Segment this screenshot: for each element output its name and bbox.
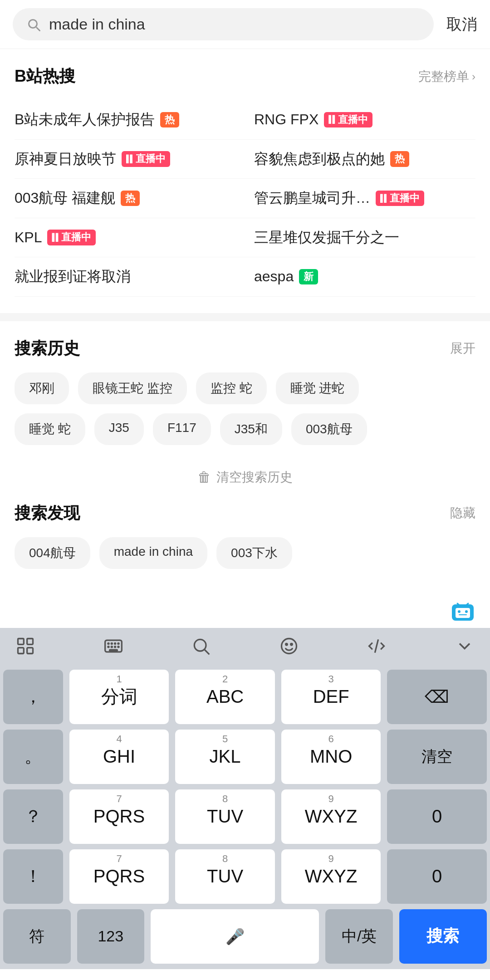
- hot-search-section: B站热搜 完整榜单 › B站未成年人保护报告 热 RNG FPX 直播中 原神夏…: [0, 49, 490, 297]
- history-tag-glasses-snake[interactable]: 眼镜王蛇 监控: [78, 372, 187, 404]
- code-icon-btn[interactable]: [360, 634, 393, 658]
- history-tag-003[interactable]: 003航母: [291, 413, 367, 445]
- key-3-def[interactable]: 3 DEF: [281, 670, 381, 724]
- chevron-right-icon: ›: [472, 70, 475, 83]
- key-num: 2: [222, 673, 228, 685]
- delete-icon: ⌫: [425, 687, 449, 707]
- cancel-button[interactable]: 取消: [446, 14, 477, 35]
- key-row-3: ？ 7 PQRS 8 TUV 9 WXYZ 0: [0, 789, 490, 849]
- search-icon: [25, 16, 42, 33]
- history-tag-sleep-snake2[interactable]: 睡觉 蛇: [15, 413, 85, 445]
- key-label: TUV: [207, 806, 243, 827]
- key-clear[interactable]: 清空: [387, 730, 487, 784]
- history-header: 搜索历史 展开: [15, 338, 475, 360]
- hot-search-link[interactable]: 完整榜单 ›: [418, 68, 475, 85]
- hot-item-8[interactable]: 三星堆仅发掘千分之一: [245, 218, 475, 258]
- discovery-tag-004[interactable]: 004航母: [15, 537, 90, 569]
- history-tag-denggang[interactable]: 邓刚: [15, 372, 69, 404]
- key-2-abc[interactable]: 2 ABC: [175, 670, 275, 724]
- search-label: 搜索: [426, 925, 459, 947]
- trash-icon: 🗑: [197, 470, 211, 485]
- search-input-wrap[interactable]: made in china: [13, 8, 434, 40]
- clear-history-label: 清空搜索历史: [216, 469, 293, 486]
- mic-icon: 🎤: [225, 927, 245, 946]
- live-badge: 直播中: [47, 230, 96, 245]
- chevron-down-icon-btn[interactable]: [448, 634, 481, 658]
- grid-icon-btn[interactable]: [9, 634, 42, 658]
- search-bar: made in china 取消: [0, 0, 490, 49]
- key-num: 1: [116, 673, 122, 685]
- key-num: 4: [116, 733, 122, 745]
- key-fu[interactable]: 符: [3, 909, 71, 964]
- key-question[interactable]: ？: [3, 789, 63, 844]
- key-123[interactable]: 123: [77, 909, 145, 964]
- svg-point-21: [195, 639, 206, 651]
- hot-item-2[interactable]: RNG FPX 直播中: [245, 100, 475, 140]
- hot-item-4[interactable]: 容貌焦虑到极点的她 热: [245, 140, 475, 179]
- hot-item-5[interactable]: 003航母 福建舰 热: [15, 179, 245, 218]
- key-4-ghi[interactable]: 4 GHI: [69, 730, 169, 784]
- search-icon-btn[interactable]: [185, 634, 217, 658]
- key-1-fenxi[interactable]: 1 分词: [69, 670, 169, 724]
- key-5-jkl[interactable]: 5 JKL: [175, 730, 275, 784]
- history-tags-row1: 邓刚 眼镜王蛇 监控 监控 蛇 睡觉 进蛇: [15, 372, 475, 404]
- hot-item-10[interactable]: aespa 新: [245, 257, 475, 297]
- key-label: ，: [24, 685, 42, 708]
- hot-item-9[interactable]: 就业报到证将取消: [15, 257, 245, 297]
- key-space[interactable]: 🎤: [151, 909, 319, 964]
- key-comma[interactable]: ，: [3, 670, 63, 724]
- key-label: 分词: [101, 684, 137, 709]
- hot-item-6[interactable]: 管云鹏皇城司升… 直播中: [245, 179, 475, 218]
- key-8-tuv[interactable]: 8 TUV: [175, 789, 275, 844]
- history-expand-btn[interactable]: 展开: [450, 340, 475, 357]
- history-tag-f117[interactable]: F117: [153, 413, 211, 445]
- emoji-icon-btn[interactable]: [273, 634, 305, 658]
- discovery-tag-madeinchina[interactable]: made in china: [99, 537, 207, 569]
- keyboard-toolbar: [0, 628, 490, 664]
- key-period[interactable]: 。: [3, 730, 63, 784]
- key-8b-tuv[interactable]: 8 TUV: [175, 849, 275, 904]
- history-tags-row2: 睡觉 蛇 J35 F117 J35和 003航母: [15, 413, 475, 445]
- keyboard-icon-btn[interactable]: [97, 634, 130, 658]
- hot-search-title: B站热搜: [15, 65, 75, 88]
- svg-point-24: [285, 643, 287, 645]
- key-num: 3: [328, 673, 334, 685]
- hide-discovery-btn[interactable]: 隐藏: [450, 505, 475, 522]
- discovery-tag-003-water[interactable]: 003下水: [216, 537, 292, 569]
- hot-item-7[interactable]: KPL 直播中: [15, 218, 245, 258]
- key-search[interactable]: 搜索: [399, 909, 487, 964]
- svg-point-23: [281, 638, 296, 653]
- history-tag-j35[interactable]: J35: [94, 413, 144, 445]
- key-lang[interactable]: 中/英: [325, 909, 393, 964]
- svg-rect-8: [27, 638, 33, 644]
- live-badge: 直播中: [122, 151, 170, 167]
- search-input[interactable]: made in china: [49, 15, 421, 33]
- key-label: TUV: [207, 866, 243, 887]
- key-label: WXYZ: [305, 866, 358, 887]
- key-label: 0: [432, 806, 442, 827]
- new-badge: 新: [299, 269, 318, 285]
- key-7-pqrs[interactable]: 7 PQRS: [69, 789, 169, 844]
- key-7b-pqrs[interactable]: 7 PQRS: [69, 849, 169, 904]
- hot-item-3[interactable]: 原神夏日放映节 直播中: [15, 140, 245, 179]
- live-badge: 直播中: [324, 112, 372, 128]
- key-num: 8: [222, 793, 228, 805]
- key-zero[interactable]: 0: [387, 789, 487, 844]
- svg-rect-7: [18, 638, 24, 644]
- key-6-mno[interactable]: 6 MNO: [281, 730, 381, 784]
- keyboard-icon: [103, 636, 123, 656]
- key-exclaim[interactable]: ！: [3, 849, 63, 904]
- bilibili-icon-btn[interactable]: [446, 601, 479, 624]
- hot-item-1[interactable]: B站未成年人保护报告 热: [15, 100, 245, 140]
- history-tag-j35he[interactable]: J35和: [220, 413, 282, 445]
- key-delete[interactable]: ⌫: [387, 670, 487, 724]
- hot-search-grid: B站未成年人保护报告 热 RNG FPX 直播中 原神夏日放映节 直播中 容貌焦…: [15, 100, 475, 297]
- history-tag-monitor-snake[interactable]: 监控 蛇: [196, 372, 267, 404]
- key-zero2[interactable]: 0: [387, 849, 487, 904]
- spacer: [0, 578, 490, 601]
- key-9-wxyz[interactable]: 9 WXYZ: [281, 789, 381, 844]
- history-tag-sleep-snake[interactable]: 睡觉 进蛇: [276, 372, 359, 404]
- key-row-4: ！ 7 PQRS 8 TUV 9 WXYZ 0: [0, 849, 490, 909]
- key-9b-wxyz[interactable]: 9 WXYZ: [281, 849, 381, 904]
- clear-history-btn[interactable]: 🗑 清空搜索历史: [15, 454, 475, 502]
